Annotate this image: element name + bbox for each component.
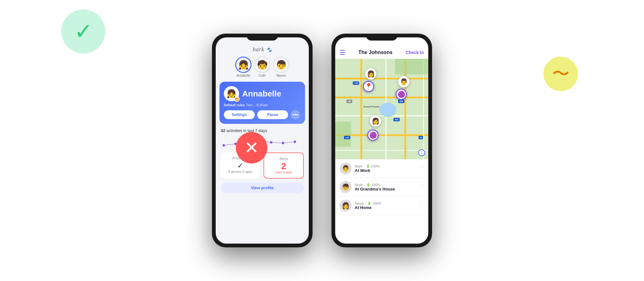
person-avatar-noah: 👦 xyxy=(340,181,352,193)
battery-separator-sarah: · xyxy=(365,201,366,205)
map-pin-location3: 🟣 xyxy=(367,129,379,141)
map-pin-location2: 🟣 xyxy=(396,89,407,100)
map-container: Grand Prairie 👩 📍 👨 🟣 👩 🟣 I-30 360 408 xyxy=(335,59,428,159)
map-city-label: Grand Prairie xyxy=(364,105,380,108)
person-info-sarah: Sarah · 🔋 100% At Home xyxy=(355,201,416,210)
svg-point-4 xyxy=(270,141,273,144)
svg-point-0 xyxy=(223,144,225,147)
activities-title: 32 activities in last 7 days xyxy=(221,128,304,133)
child-avatars: 👧 Annabelle 🧒 Colin 👦 Mason xyxy=(216,57,309,77)
person-location-noah: At Grandma's House xyxy=(355,187,416,191)
main-scene: ✓ ✕ 〜 bark 🐾 👧 Annabelle 🧒 Co xyxy=(0,0,644,281)
battery-separator-mark: · xyxy=(364,164,364,168)
alerts-sub: need review xyxy=(268,171,299,174)
location-title: The Johnsons xyxy=(358,50,392,55)
child-avatar-annabelle[interactable]: 👧 Annabelle xyxy=(235,57,252,77)
active-child-avatar: 👧 📶 xyxy=(224,86,239,101)
phone-notch-2 xyxy=(366,34,397,41)
person-item-noah: 👦 Noah · 🔋 100% At Grandma's House ♡ xyxy=(335,178,428,196)
deco-x-circle: ✕ xyxy=(236,132,267,163)
phone-location: ☰ The Johnsons Check In xyxy=(331,34,432,247)
battery-level-sarah: 100% xyxy=(372,201,381,205)
map-background: Grand Prairie 👩 📍 👨 🟣 👩 🟣 I-30 360 408 xyxy=(335,59,428,159)
default-rules-time: 7am – 8:30am xyxy=(246,103,268,107)
avatar-mason[interactable]: 👦 xyxy=(273,57,289,73)
battery-icon-noah: 🔋 xyxy=(366,183,370,186)
active-child-name: Annabelle xyxy=(242,89,281,99)
default-rules: Default rules 7am – 8:30am xyxy=(224,103,300,107)
battery-icon-sarah: 🔋 xyxy=(367,201,371,205)
more-button[interactable]: ••• xyxy=(291,110,300,119)
person-info-mark: Mark · 🔋 100% At Work xyxy=(355,164,416,173)
map-pin-person3: 👩 xyxy=(370,115,381,127)
map-pin-location1: 📍 xyxy=(363,81,374,92)
settings-button[interactable]: Settings xyxy=(224,110,255,119)
card-buttons: Settings Pause ••• xyxy=(224,110,300,119)
person-item-mark: 👨 Mark · 🔋 100% At Work ♡ xyxy=(335,159,428,178)
person-name-row-mark: Mark · 🔋 100% xyxy=(355,164,416,168)
alerts-label: Alerts xyxy=(268,157,299,161)
bark-app-name: bark xyxy=(253,46,264,52)
phone-notch xyxy=(247,34,278,41)
person-name-row-noah: Noah · 🔋 100% xyxy=(355,183,416,187)
person-avatar-sarah: 👩 xyxy=(340,200,352,212)
avatar-name-annabelle: Annabelle xyxy=(236,74,250,77)
person-avatar-mark: 👨 xyxy=(340,163,352,174)
wifi-badge: 📶 xyxy=(234,96,240,102)
view-profile-button[interactable]: View profile xyxy=(221,182,304,193)
child-avatar-colin[interactable]: 🧒 Colin xyxy=(254,57,270,77)
active-child-header: 👧 📶 Annabelle xyxy=(224,86,300,101)
avatar-colin[interactable]: 🧒 xyxy=(254,57,270,73)
x-icon: ✕ xyxy=(244,138,259,158)
bark-logo: bark 🐾 xyxy=(216,46,309,53)
avatar-annabelle[interactable]: 👧 xyxy=(235,57,252,73)
deco-check-circle: ✓ xyxy=(61,9,105,53)
svg-point-5 xyxy=(282,142,284,144)
heart-icon-sarah[interactable]: ♡ xyxy=(419,202,424,209)
map-pin-person1: 👩 xyxy=(365,68,376,80)
hamburger-icon[interactable]: ☰ xyxy=(340,49,345,56)
protection-sub: 8 devices & apps xyxy=(225,170,256,174)
pause-button[interactable]: Pause xyxy=(257,110,288,119)
person-name-noah: Noah xyxy=(355,183,363,187)
heart-icon-mark[interactable]: ♡ xyxy=(419,165,424,172)
child-avatar-mason[interactable]: 👦 Mason xyxy=(273,57,289,77)
default-rules-label: Default rules xyxy=(224,103,245,107)
location-header: ☰ The Johnsons Check In xyxy=(335,46,428,59)
person-name-sarah: Sarah xyxy=(355,201,364,205)
person-name-mark: Mark xyxy=(355,164,362,168)
person-name-row-sarah: Sarah · 🔋 100% xyxy=(355,201,416,205)
active-child-card: 👧 📶 Annabelle Default rules 7am – 8:30am… xyxy=(219,82,305,124)
alerts-number: 2 xyxy=(268,162,299,171)
activity-count-label: activities xyxy=(226,128,242,133)
check-icon: ✓ xyxy=(74,19,93,44)
map-pin-person2: 👨 xyxy=(398,76,409,87)
avatar-name-colin: Colin xyxy=(259,74,266,77)
deco-squiggle-circle: 〜 xyxy=(543,57,578,91)
battery-level-noah: 100% xyxy=(371,183,380,187)
alerts-stat: Alerts 2 need review xyxy=(264,152,304,179)
activity-count: 32 xyxy=(221,128,225,133)
check-in-button[interactable]: Check In xyxy=(406,50,424,55)
battery-icon-mark: 🔋 xyxy=(366,164,370,168)
svg-point-6 xyxy=(294,140,296,143)
location-screen: ☰ The Johnsons Check In xyxy=(335,37,428,244)
person-list: 👨 Mark · 🔋 100% At Work ♡ 👦 xyxy=(335,159,428,215)
person-location-sarah: At Home xyxy=(355,205,416,210)
battery-level-mark: 100% xyxy=(371,164,380,168)
paw-icon: 🐾 xyxy=(266,47,272,52)
battery-separator-noah: · xyxy=(364,183,365,187)
map-info-icon[interactable]: i xyxy=(418,149,425,156)
person-item-sarah: 👩 Sarah · 🔋 100% At Home ♡ xyxy=(335,196,428,215)
person-info-noah: Noah · 🔋 100% At Grandma's House xyxy=(355,183,416,191)
squiggle-icon: 〜 xyxy=(552,62,569,85)
heart-icon-noah[interactable]: ♡ xyxy=(419,184,424,190)
avatar-name-mason: Mason xyxy=(276,74,286,77)
person-location-mark: At Work xyxy=(355,168,416,173)
